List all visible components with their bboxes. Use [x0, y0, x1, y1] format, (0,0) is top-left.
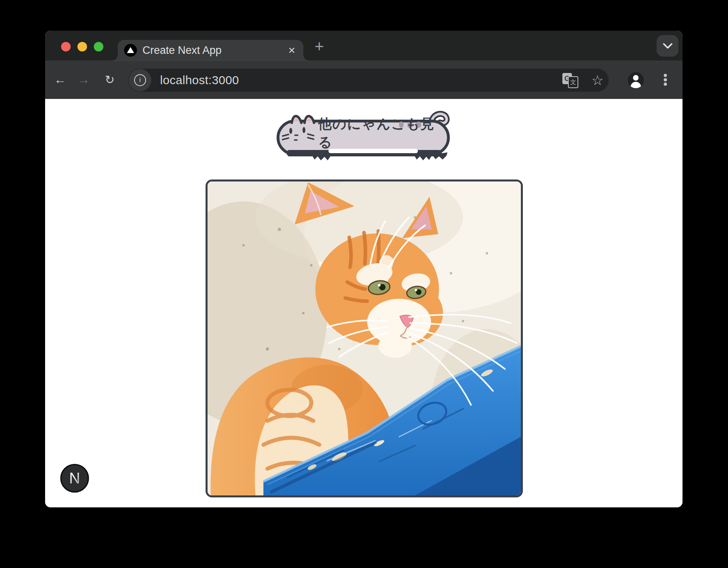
- browser-toolbar: ← → ↻ i localhost:3000 G 文 ☆: [45, 61, 682, 99]
- see-other-cats-button[interactable]: 他のにゃんこも見る: [277, 111, 451, 162]
- profile-avatar-button[interactable]: [628, 72, 644, 88]
- translate-icon[interactable]: G 文: [562, 72, 578, 88]
- cat-button-label: 他のにゃんこも見る: [318, 120, 445, 146]
- tab-search-button[interactable]: [657, 35, 679, 57]
- kitten-photo-art: [208, 181, 521, 495]
- browser-tab[interactable]: Create Next App ×: [118, 40, 303, 61]
- tab-close-icon[interactable]: ×: [286, 44, 298, 56]
- cat-paw-right: [414, 155, 432, 160]
- bookmark-star-icon[interactable]: ☆: [590, 72, 605, 88]
- cat-paw-left: [312, 155, 331, 160]
- site-info-button[interactable]: i: [129, 69, 151, 91]
- tab-strip: Create Next App × +: [45, 31, 682, 61]
- browser-window: Create Next App × + ← → ↻ i localhost:30…: [45, 31, 682, 507]
- reload-icon[interactable]: ↻: [102, 72, 118, 88]
- traffic-lights: [61, 42, 103, 51]
- vercel-triangle-icon: [124, 44, 137, 57]
- back-icon[interactable]: ←: [52, 72, 68, 88]
- page-content: 他のにゃんこも見る: [45, 99, 682, 507]
- screen: Create Next App × + ← → ↻ i localhost:30…: [0, 0, 728, 568]
- nextjs-dev-badge[interactable]: N: [60, 464, 89, 493]
- browser-menu-icon[interactable]: [660, 72, 671, 88]
- url-text[interactable]: localhost:3000: [160, 73, 562, 87]
- tab-title: Create Next App: [142, 44, 286, 57]
- nextjs-n-icon: N: [69, 470, 80, 487]
- chevron-down-icon: [663, 43, 673, 49]
- close-window-button[interactable]: [61, 42, 71, 51]
- address-bar[interactable]: i localhost:3000 G 文 ☆: [129, 69, 609, 92]
- info-icon: i: [134, 74, 146, 86]
- zoom-window-button[interactable]: [94, 42, 103, 51]
- minimize-window-button[interactable]: [77, 42, 87, 51]
- forward-icon[interactable]: →: [76, 72, 92, 88]
- kitten-photo: [206, 179, 523, 497]
- new-tab-button[interactable]: +: [311, 38, 327, 54]
